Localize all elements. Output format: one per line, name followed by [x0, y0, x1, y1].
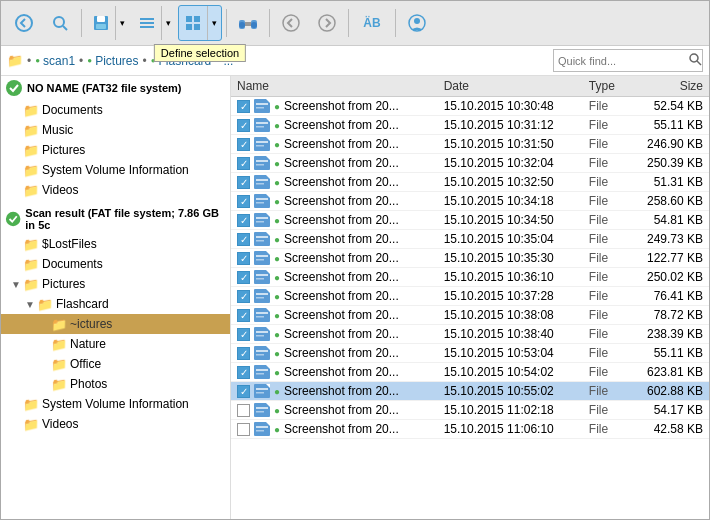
folder-icon: 📁 — [23, 163, 39, 178]
svg-rect-73 — [256, 392, 264, 394]
grid-arrow[interactable]: ▾ — [207, 6, 221, 40]
save-button[interactable]: ▾ — [86, 5, 130, 41]
file-checkbox[interactable]: ✓ — [237, 271, 250, 284]
table-row[interactable]: ✓ ● Screenshot from 20... 15.10.2015 10:… — [231, 154, 709, 173]
table-row[interactable]: ✓ ● Screenshot from 20... 15.10.2015 10:… — [231, 249, 709, 268]
expand-icon-flashcard[interactable]: ▼ — [23, 299, 37, 310]
svg-point-16 — [239, 22, 245, 28]
breadcrumb-pictures[interactable]: ● Pictures — [87, 54, 138, 68]
svg-rect-49 — [256, 240, 264, 242]
svg-rect-48 — [256, 236, 268, 238]
tree-item-docs1[interactable]: 📁 Documents — [1, 100, 230, 120]
file-checkbox[interactable]: ✓ — [237, 328, 250, 341]
define-selection-button[interactable]: ▾ Define selection — [178, 5, 222, 41]
svg-rect-77 — [255, 423, 269, 435]
file-checkbox[interactable]: ✓ — [237, 347, 250, 360]
file-size-cell: 246.90 KB — [628, 135, 709, 154]
tree-item-nature[interactable]: 📁 Nature — [1, 334, 230, 354]
col-name[interactable]: Name — [231, 76, 438, 97]
svg-point-21 — [414, 18, 420, 24]
text-case-button[interactable]: ÄB — [353, 6, 391, 40]
tree-label: Music — [42, 123, 73, 137]
expand-icon-pictures[interactable]: ▼ — [9, 279, 23, 290]
svg-rect-54 — [256, 274, 268, 276]
table-row[interactable]: ✓ ● Screenshot from 20... 15.10.2015 10:… — [231, 268, 709, 287]
prev-button[interactable] — [274, 6, 308, 40]
quick-find-icon — [688, 52, 702, 69]
drive1-header[interactable]: NO NAME (FAT32 file system) — [1, 76, 230, 100]
breadcrumb-more[interactable]: ... — [223, 54, 233, 68]
file-checkbox[interactable]: ✓ — [237, 119, 250, 132]
tree-item-ictures[interactable]: 📁 ~ictures — [1, 314, 230, 334]
table-row[interactable]: ✓ ● Screenshot from 20... 15.10.2015 10:… — [231, 192, 709, 211]
tree-item-pictures2[interactable]: ▼ 📁 Pictures — [1, 274, 230, 294]
quick-find-box[interactable] — [553, 49, 703, 72]
svg-point-22 — [690, 54, 698, 62]
file-name: Screenshot from 20... — [284, 346, 399, 360]
file-checkbox[interactable]: ✓ — [237, 138, 250, 151]
file-size-cell: 250.39 KB — [628, 154, 709, 173]
file-checkbox[interactable]: ✓ — [237, 176, 250, 189]
user-button[interactable] — [400, 6, 434, 40]
table-row[interactable]: ✓ ● Screenshot from 20... 15.10.2015 10:… — [231, 97, 709, 116]
breadcrumb-flashcard[interactable]: ● Flashcard — [151, 54, 212, 68]
file-checkbox[interactable]: ✓ — [237, 252, 250, 265]
back-button[interactable] — [7, 6, 41, 40]
tree-item-flashcard[interactable]: ▼ 📁 Flashcard — [1, 294, 230, 314]
file-checkbox[interactable]: ✓ — [237, 309, 250, 322]
table-row[interactable]: ✓ ● Screenshot from 20... 15.10.2015 10:… — [231, 382, 709, 401]
tree-item-sysinfo2[interactable]: 📁 System Volume Information — [1, 394, 230, 414]
table-row[interactable]: ✓ ● Screenshot from 20... 15.10.2015 10:… — [231, 173, 709, 192]
col-type[interactable]: Type — [583, 76, 628, 97]
col-date[interactable]: Date — [438, 76, 583, 97]
tree-item-pictures1[interactable]: 📁 Pictures — [1, 140, 230, 160]
table-row[interactable]: ✓ ● Screenshot from 20... 15.10.2015 10:… — [231, 325, 709, 344]
tree-item-videos1[interactable]: 📁 Videos — [1, 180, 230, 200]
table-row[interactable]: ✓ ● Screenshot from 20... 15.10.2015 10:… — [231, 306, 709, 325]
table-row[interactable]: ✓ ● Screenshot from 20... 15.10.2015 10:… — [231, 211, 709, 230]
file-checkbox[interactable]: ✓ — [237, 385, 250, 398]
drive2-header[interactable]: Scan result (FAT file system; 7.86 GB in… — [1, 204, 230, 234]
file-checkbox[interactable]: ✓ — [237, 366, 250, 379]
search-button[interactable] — [43, 6, 77, 40]
table-row[interactable]: ● Screenshot from 20... 15.10.2015 11:06… — [231, 420, 709, 439]
tree-item-photos[interactable]: 📁 Photos — [1, 374, 230, 394]
file-size-cell: 42.58 KB — [628, 420, 709, 439]
file-checkbox[interactable]: ✓ — [237, 100, 250, 113]
list-arrow[interactable]: ▾ — [161, 6, 175, 40]
svg-point-18 — [283, 15, 299, 31]
file-checkbox[interactable]: ✓ — [237, 214, 250, 227]
table-row[interactable]: ✓ ● Screenshot from 20... 15.10.2015 10:… — [231, 135, 709, 154]
svg-rect-9 — [186, 16, 192, 22]
breadcrumb-scan1[interactable]: ● scan1 — [35, 54, 75, 68]
svg-point-19 — [319, 15, 335, 31]
file-checkbox[interactable] — [237, 423, 250, 436]
tree-item-docs2[interactable]: 📁 Documents — [1, 254, 230, 274]
file-checkbox[interactable]: ✓ — [237, 157, 250, 170]
next-button[interactable] — [310, 6, 344, 40]
tree-label: Documents — [42, 257, 103, 271]
table-row[interactable]: ✓ ● Screenshot from 20... 15.10.2015 10:… — [231, 287, 709, 306]
quick-find-input[interactable] — [558, 55, 688, 67]
table-row[interactable]: ✓ ● Screenshot from 20... 15.10.2015 10:… — [231, 363, 709, 382]
file-checkbox[interactable]: ✓ — [237, 290, 250, 303]
table-row[interactable]: ✓ ● Screenshot from 20... 15.10.2015 10:… — [231, 230, 709, 249]
table-row[interactable]: ● Screenshot from 20... 15.10.2015 11:02… — [231, 401, 709, 420]
green-dot: ● — [274, 139, 280, 150]
save-arrow[interactable]: ▾ — [115, 6, 129, 40]
file-checkbox[interactable]: ✓ — [237, 195, 250, 208]
green-dot: ● — [274, 196, 280, 207]
binoculars-button[interactable] — [231, 6, 265, 40]
table-row[interactable]: ✓ ● Screenshot from 20... 15.10.2015 10:… — [231, 344, 709, 363]
toolbar: ▾ ▾ ▾ Define selection — [1, 1, 709, 46]
table-row[interactable]: ✓ ● Screenshot from 20... 15.10.2015 10:… — [231, 116, 709, 135]
tree-item-videos2[interactable]: 📁 Videos — [1, 414, 230, 434]
tree-item-lostfiles[interactable]: 📁 $LostFiles — [1, 234, 230, 254]
tree-item-sysinfo1[interactable]: 📁 System Volume Information — [1, 160, 230, 180]
col-size[interactable]: Size — [628, 76, 709, 97]
file-checkbox[interactable]: ✓ — [237, 233, 250, 246]
tree-item-office[interactable]: 📁 Office — [1, 354, 230, 374]
file-checkbox[interactable] — [237, 404, 250, 417]
tree-item-music[interactable]: 📁 Music — [1, 120, 230, 140]
list-button[interactable]: ▾ — [132, 5, 176, 41]
